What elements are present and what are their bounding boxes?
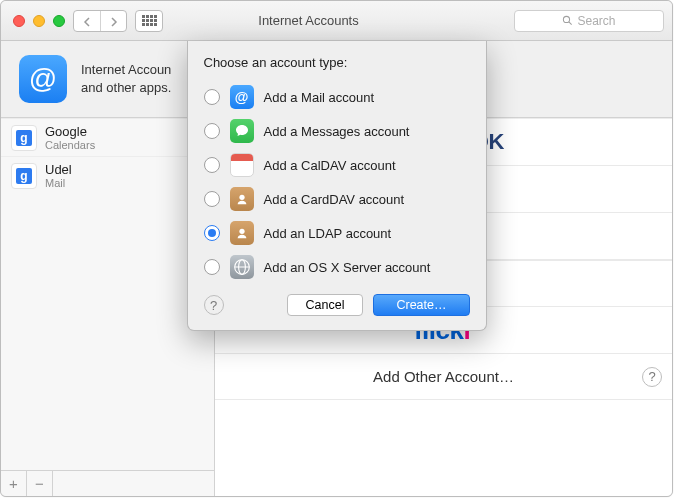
account-type-sheet: Choose an account type: @ Add a Mail acc… <box>187 41 487 331</box>
sheet-mask: Choose an account type: @ Add a Mail acc… <box>1 1 672 496</box>
radio-icon <box>204 157 220 173</box>
cancel-button[interactable]: Cancel <box>287 294 364 316</box>
sheet-help-button[interactable]: ? <box>204 295 224 315</box>
calendar-icon <box>230 153 254 177</box>
option-label: Add a CalDAV account <box>264 158 396 173</box>
contacts-icon <box>230 187 254 211</box>
option-mail[interactable]: @ Add a Mail account <box>204 80 470 114</box>
option-label: Add an LDAP account <box>264 226 392 241</box>
option-carddav[interactable]: Add a CardDAV account <box>204 182 470 216</box>
svg-point-3 <box>239 229 244 234</box>
radio-icon <box>204 123 220 139</box>
contacts-icon <box>230 221 254 245</box>
mail-icon: @ <box>230 85 254 109</box>
radio-icon <box>204 259 220 275</box>
option-ldap[interactable]: Add an LDAP account <box>204 216 470 250</box>
prefs-window: Internet Accounts Search @ Internet Acco… <box>0 0 673 497</box>
radio-icon <box>204 191 220 207</box>
option-caldav[interactable]: Add a CalDAV account <box>204 148 470 182</box>
server-icon <box>230 255 254 279</box>
messages-icon <box>230 119 254 143</box>
sheet-prompt: Choose an account type: <box>204 55 470 70</box>
sheet-footer: ? Cancel Create… <box>204 294 470 316</box>
option-label: Add a Mail account <box>264 90 375 105</box>
radio-icon-selected <box>204 225 220 241</box>
option-label: Add a CardDAV account <box>264 192 405 207</box>
option-label: Add an OS X Server account <box>264 260 431 275</box>
option-messages[interactable]: Add a Messages account <box>204 114 470 148</box>
option-osxserver[interactable]: Add an OS X Server account <box>204 250 470 284</box>
option-label: Add a Messages account <box>264 124 410 139</box>
svg-point-2 <box>239 195 244 200</box>
radio-icon <box>204 89 220 105</box>
create-button[interactable]: Create… <box>373 294 469 316</box>
